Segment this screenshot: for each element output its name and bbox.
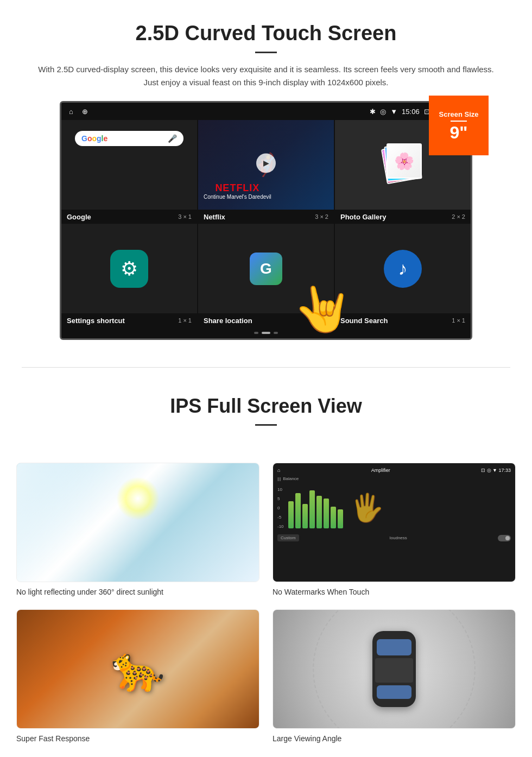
screen-size-badge: Screen Size 9" — [429, 96, 489, 155]
app-grid-row2: ⚙ Settings shortcut 1 × 1 G 🤟 — [61, 224, 471, 327]
sunlight-image — [16, 463, 259, 582]
sound-label-row: Sound Search 1 × 1 — [335, 313, 471, 327]
google-logo: Google — [81, 134, 107, 143]
google-app-name: Google — [67, 213, 91, 221]
sunlight-bg — [17, 463, 259, 582]
photo-label-row: Photo Gallery 2 × 2 — [335, 210, 471, 224]
netflix-label-row: Netflix 3 × 2 — [198, 210, 334, 224]
amplifier-image: ⌂ Amplifier ⊡ ◎ ▼ 17:33 ||| Balance 1050… — [273, 463, 516, 582]
car-image — [273, 609, 516, 729]
share-app-name: Share location — [204, 317, 252, 325]
photo-app-size: 2 × 2 — [452, 213, 465, 220]
settings-app-name: Settings shortcut — [67, 317, 125, 325]
section1-title: 2.5D Curved Touch Screen — [33, 22, 499, 45]
amp-title: Amplifier — [371, 468, 390, 473]
cheetah-label: Super Fast Response — [16, 734, 259, 743]
location-icon: ◎ — [380, 108, 386, 116]
share-location-app-cell[interactable]: G 🤟 Share location 1 × 1 — [198, 224, 334, 327]
amp-home-icon: ⌂ — [277, 468, 280, 473]
badge-label: Screen Size — [439, 110, 479, 118]
netflix-app-size: 3 × 2 — [315, 213, 328, 220]
hand-pointing-icon: 🤟 — [296, 284, 350, 335]
google-search-bar[interactable]: Google 🎤 — [75, 131, 183, 146]
section-divider — [22, 367, 510, 368]
netflix-subtitle: Continue Marvel's Daredevil — [204, 194, 271, 200]
flower-emoji: 🌸 — [394, 152, 414, 171]
netflix-overlay: NETFLIX Continue Marvel's Daredevil — [204, 182, 271, 200]
google-label-row: Google 3 × 1 — [61, 210, 197, 224]
netflix-app-name: Netflix — [204, 213, 225, 221]
page-dot-1 — [254, 332, 258, 334]
share-g-icon: G — [250, 253, 282, 285]
page-dots — [61, 327, 471, 338]
status-left: ⌂ ⊕ — [69, 108, 88, 116]
time-display: 15:06 — [402, 108, 420, 116]
amp-time: 17:33 — [498, 468, 511, 473]
badge-divider — [451, 121, 467, 122]
status-bar: ⌂ ⊕ ✱ ◎ ▼ 15:06 ⊡ ◁) ⊠ ▭ — [61, 103, 471, 120]
car-windshield-front — [377, 639, 411, 655]
amp-header: ⌂ Amplifier ⊡ ◎ ▼ 17:33 — [277, 468, 511, 473]
feature-grid: No light reflecting under 360° direct su… — [0, 452, 532, 754]
netflix-app-cell[interactable]: 🦸 ▶ NETFLIX Continue Marvel's Daredevil … — [198, 120, 334, 224]
section-ips: IPS Full Screen View — [0, 384, 532, 452]
car-roof — [375, 658, 413, 683]
settings-label-row: Settings shortcut 1 × 1 — [61, 313, 197, 327]
sun-glare — [116, 477, 160, 520]
section-curved-screen: 2.5D Curved Touch Screen With 2.5D curve… — [0, 0, 532, 351]
photo-stack: 🌸 — [381, 143, 425, 187]
section2-divider — [255, 424, 277, 426]
cheetah-bg: 🐆 — [17, 610, 259, 728]
device-screen: ⌂ ⊕ ✱ ◎ ▼ 15:06 ⊡ ◁) ⊠ ▭ — [60, 101, 472, 340]
eq-bars — [288, 488, 343, 528]
settings-app-cell[interactable]: ⚙ Settings shortcut 1 × 1 — [61, 224, 197, 327]
page-dot-2 — [262, 332, 270, 334]
touch-hand-icon: 🖐 — [350, 492, 384, 523]
google-app-cell[interactable]: Google 🎤 Google 3 × 1 — [61, 120, 197, 224]
car-shape — [372, 631, 416, 707]
netflix-brand: NETFLIX — [204, 182, 271, 194]
feature-cheetah: 🐆 Super Fast Response — [16, 609, 259, 743]
google-app-size: 3 × 1 — [178, 213, 192, 220]
feature-sunlight: No light reflecting under 360° direct su… — [16, 463, 259, 596]
watermark-label: No Watermarks When Touch — [273, 588, 516, 596]
sound-icon: ♪ — [384, 250, 422, 288]
section1-description: With 2.5D curved-display screen, this de… — [33, 63, 499, 89]
loudness-toggle[interactable] — [498, 535, 511, 541]
settings-app-size: 1 × 1 — [178, 317, 192, 324]
section2-title: IPS Full Screen View — [33, 395, 499, 418]
sunlight-label: No light reflecting under 360° direct su… — [16, 588, 259, 596]
device-container: Screen Size 9" ⌂ ⊕ ✱ ◎ ▼ 15:06 ⊡ — [60, 101, 472, 340]
feature-car: Large Viewing Angle — [273, 609, 516, 743]
car-label: Large Viewing Angle — [273, 734, 516, 743]
mic-icon: 🎤 — [168, 134, 177, 143]
car-bg — [273, 610, 515, 728]
usb-icon: ⊕ — [82, 108, 88, 116]
play-button[interactable]: ▶ — [256, 153, 276, 173]
badge-size: 9" — [450, 124, 468, 141]
sound-app-size: 1 × 1 — [452, 317, 465, 324]
photo-app-name: Photo Gallery — [340, 213, 387, 221]
page-dot-3 — [274, 332, 278, 334]
cheetah-emoji: 🐆 — [111, 644, 165, 695]
amp-icons: ⊡ ◎ ▼ 17:33 — [481, 468, 511, 473]
title-divider — [255, 52, 277, 53]
home-icon: ⌂ — [69, 108, 73, 116]
app-grid-row1: Google 🎤 Google 3 × 1 � — [61, 120, 471, 224]
feature-watermark: ⌂ Amplifier ⊡ ◎ ▼ 17:33 ||| Balance 1050… — [273, 463, 516, 596]
photo-card-3: 🌸 — [387, 143, 422, 179]
bluetooth-icon: ✱ — [370, 108, 376, 116]
sound-search-app-cell[interactable]: ♪ Sound Search 1 × 1 — [335, 224, 471, 327]
amp-screen: ⌂ Amplifier ⊡ ◎ ▼ 17:33 ||| Balance 1050… — [273, 463, 515, 582]
cheetah-image: 🐆 — [16, 609, 259, 729]
car-windshield-rear — [377, 685, 411, 699]
settings-icon: ⚙ — [110, 250, 148, 288]
wifi-icon: ▼ — [390, 108, 397, 116]
